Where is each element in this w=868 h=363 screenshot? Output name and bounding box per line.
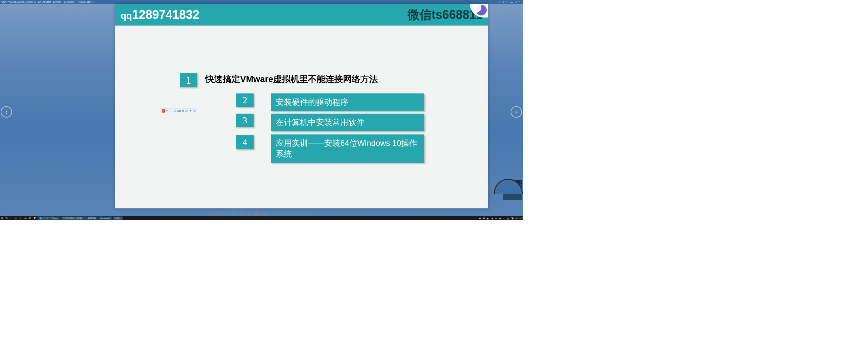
bullet-item-4: 应用实训——安装64位Windows 10操作系统 <box>271 134 424 163</box>
settings-icon[interactable]: ⚙ <box>502 1 505 3</box>
window-titlebar[interactable]: QQ图片20191129165714.png（3440×1405像素, 170K… <box>0 0 523 4</box>
magnifier-circle <box>494 179 523 208</box>
ime-emoji-icon[interactable]: ☺ <box>174 109 177 113</box>
ime-punct-icon[interactable]: ·, <box>169 109 173 113</box>
tray-icon-5[interactable]: ▣ <box>499 217 502 219</box>
share-button[interactable]: ⇪ <box>288 211 292 215</box>
slide-content: qq1289741832 微信ts668811 1 快速搞定VMware虚拟机里… <box>115 4 488 208</box>
bullet-number-3: 3 <box>236 114 254 127</box>
edge-icon[interactable]: e <box>14 216 18 220</box>
tray-network-icon[interactable]: 📡 <box>511 217 515 219</box>
app-icon-1[interactable]: ◧ <box>28 216 32 220</box>
bullet-number-1: 1 <box>180 73 197 87</box>
ime-sogou-icon[interactable]: S <box>162 109 165 113</box>
tray-up-icon[interactable]: ⮝ <box>479 217 483 219</box>
edit-button[interactable]: ✎ <box>296 211 300 215</box>
delete-button[interactable]: 🗑 <box>247 211 251 215</box>
thumbnail-close-icon[interactable]: × <box>520 181 521 183</box>
zoom-in-button[interactable]: ⊕ <box>231 211 235 215</box>
store-icon[interactable]: 🛍 <box>24 216 28 220</box>
prev-button[interactable]: ◁ <box>255 211 259 216</box>
ime-tool-icon[interactable]: ¶ <box>189 109 192 113</box>
tray-icon-4[interactable]: ⚙ <box>495 217 498 219</box>
tray-icon-7[interactable]: ▥ <box>507 217 510 219</box>
bullet-item-2: 安装硬件的驱动程序 <box>271 93 424 111</box>
fit-screen-button[interactable]: ⛶ <box>223 211 227 215</box>
qq-contact: qq1289741832 <box>121 8 199 22</box>
zoom-out-button[interactable]: ⊖ <box>239 211 243 215</box>
cortana-icon[interactable]: ○ <box>9 216 13 220</box>
taskbar-clock[interactable]: 16:58 <box>519 217 523 219</box>
ime-toolbar[interactable]: S 中 ·, ☺ ⌨ ✉ 品 ¶ ⧉ <box>161 109 197 113</box>
bullet-title-1: 快速搞定VMware虚拟机里不能连接网络方法 <box>205 73 378 85</box>
tray-icon-6[interactable]: ⬚ <box>503 217 506 219</box>
tray-volume-icon[interactable]: 🔊 <box>515 217 519 219</box>
image-canvas: ‹ › qq1289741832 微信ts668811 1 快速搞定VMware… <box>0 4 523 212</box>
next-image-button[interactable]: › <box>510 106 522 118</box>
slide-header: qq1289741832 微信ts668811 <box>115 4 488 26</box>
taskbar-app-vmware[interactable]: 龙64位试行 - VMwa... <box>38 216 60 220</box>
ime-app-icon[interactable]: 品 <box>185 109 189 113</box>
taskbar-app-newproj[interactable]: 新建项目 <box>86 216 98 220</box>
image-viewer-window: QQ图片20191129165714.png（3440×1405像素, 170K… <box>0 0 523 220</box>
blank-right <box>523 0 868 363</box>
taskbar-app-qqimage[interactable]: QQ图片20191129816... <box>61 216 86 220</box>
minimize-icon[interactable]: — <box>510 1 513 3</box>
bullet-item-3: 在计算机中安装常用软件 <box>271 114 424 131</box>
more-button[interactable]: ⊙ <box>304 211 308 215</box>
tray-icon-3[interactable]: ◑ <box>491 217 494 219</box>
ime-mail-icon[interactable]: ✉ <box>181 109 185 113</box>
tray-icon-1[interactable]: ⏺ <box>483 217 487 219</box>
explorer-icon[interactable]: 🗀 <box>19 216 23 220</box>
pin-icon[interactable]: ⤧ <box>498 1 501 3</box>
maximize-icon[interactable]: ▢ <box>514 1 517 3</box>
next-button[interactable]: ▷ <box>264 211 268 216</box>
taskbar-app-camtasia[interactable]: Camtasia 9 <box>98 216 112 220</box>
bullet-number-4: 4 <box>236 135 254 149</box>
prev-image-button[interactable]: ‹ <box>1 106 12 118</box>
app-icon-2[interactable]: ◩ <box>33 216 37 220</box>
rotate-left-button[interactable]: ↶ <box>272 211 276 215</box>
tray-icon-2[interactable]: ◧ <box>487 217 490 219</box>
search-icon[interactable]: 🔍 <box>5 216 9 220</box>
rotate-right-button[interactable]: ↷ <box>280 211 284 215</box>
ime-lang-icon[interactable]: 中 <box>166 109 169 113</box>
bullet-number-2: 2 <box>236 93 254 107</box>
actual-size-button[interactable]: ⟳1:1 <box>215 211 219 215</box>
viewer-toolbar: ⟳1:1 ⛶ ⊕ ⊖ 🗑 ◁ ▷ ↶ ↷ ⇪ ✎ ⊙ <box>0 210 523 216</box>
fullscreen-icon[interactable]: ⛶ <box>506 1 509 3</box>
windows-taskbar[interactable]: ⊞ 🔍 ○ e 🗀 🛍 ◧ ◩ 龙64位试行 - VMwa... QQ图片201… <box>0 216 523 220</box>
blank-bottom <box>0 220 523 363</box>
window-title: QQ图片20191129165714.png（3440×1405像素, 170K… <box>1 0 93 4</box>
taskbar-app-install[interactable]: 安装W... <box>113 216 123 220</box>
start-button[interactable]: ⊞ <box>0 216 4 220</box>
close-icon[interactable]: ✕ <box>518 1 521 3</box>
ime-grid-icon[interactable]: ⧉ <box>193 109 196 113</box>
ime-keyboard-icon[interactable]: ⌨ <box>177 109 181 113</box>
